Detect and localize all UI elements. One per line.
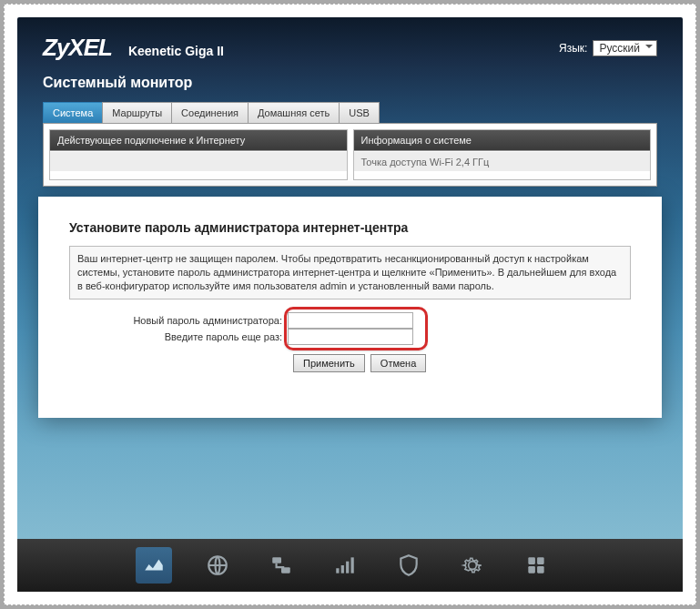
svg-rect-7: [528, 557, 535, 564]
tab-routes[interactable]: Маршруты: [102, 102, 172, 123]
nav-apps-icon[interactable]: [518, 547, 554, 584]
panel-connection: Действующее подключение к Интернету: [49, 129, 348, 180]
bottom-nav: [17, 539, 683, 592]
panel-sysinfo: Информация о системе Точка доступа Wi-Fi…: [353, 129, 652, 180]
model-name: Keenetic Giga II: [128, 44, 224, 58]
svg-rect-9: [528, 566, 535, 573]
nav-network-icon[interactable]: [263, 547, 299, 584]
brand: ZyXEL Keenetic Giga II: [43, 34, 224, 62]
svg-rect-8: [537, 557, 544, 564]
admin-password-modal: Установите пароль администратора интерне…: [38, 197, 662, 418]
panel-connection-title: Действующее подключение к Интернету: [50, 130, 347, 151]
nav-signal-icon[interactable]: [327, 547, 363, 584]
tab-homenet[interactable]: Домашняя сеть: [248, 102, 340, 123]
svg-rect-3: [336, 568, 339, 573]
language-selector[interactable]: Язык: Русский: [559, 40, 657, 56]
label-confirm-password: Введите пароль еще раз:: [69, 331, 288, 342]
svg-rect-4: [341, 565, 344, 573]
svg-rect-1: [272, 557, 281, 563]
nav-shield-icon[interactable]: [391, 547, 427, 584]
input-confirm-password[interactable]: [288, 329, 413, 345]
svg-rect-5: [346, 562, 349, 573]
language-label: Язык:: [559, 42, 587, 55]
language-value[interactable]: Русский: [593, 40, 657, 56]
top-bar: ZyXEL Keenetic Giga II Язык: Русский: [17, 17, 683, 66]
modal-info-text: Ваш интернет-центр не защищен паролем. Ч…: [69, 246, 631, 299]
label-new-password: Новый пароль администратора:: [69, 315, 288, 326]
row-confirm-password: Введите пароль еще раз:: [69, 329, 631, 345]
page-title: Системный монитор: [17, 66, 683, 102]
nav-monitor-icon[interactable]: [136, 547, 172, 584]
apply-button[interactable]: Применить: [293, 354, 365, 372]
svg-rect-10: [537, 566, 544, 573]
nav-gear-icon[interactable]: [454, 547, 491, 584]
modal-title: Установите пароль администратора интерне…: [69, 220, 631, 235]
row-new-password: Новый пароль администратора:: [69, 312, 631, 329]
panel-sysinfo-body: Точка доступа Wi-Fi 2,4 ГГц: [354, 151, 651, 171]
tab-system[interactable]: Система: [43, 102, 103, 123]
panel-sysinfo-title: Информация о системе: [354, 130, 651, 151]
logo: ZyXEL: [43, 34, 112, 62]
panel-connection-body: [50, 151, 347, 171]
input-new-password[interactable]: [288, 312, 413, 329]
svg-rect-6: [351, 557, 354, 573]
tabs: Система Маршруты Соединения Домашняя сет…: [17, 102, 683, 123]
modal-buttons: Применить Отмена: [69, 354, 631, 372]
tab-connections[interactable]: Соединения: [171, 102, 249, 123]
content-frame: Действующее подключение к Интернету Инфо…: [43, 123, 657, 187]
cancel-button[interactable]: Отмена: [370, 354, 426, 372]
nav-globe-icon[interactable]: [199, 547, 236, 584]
tab-usb[interactable]: USB: [339, 102, 380, 123]
